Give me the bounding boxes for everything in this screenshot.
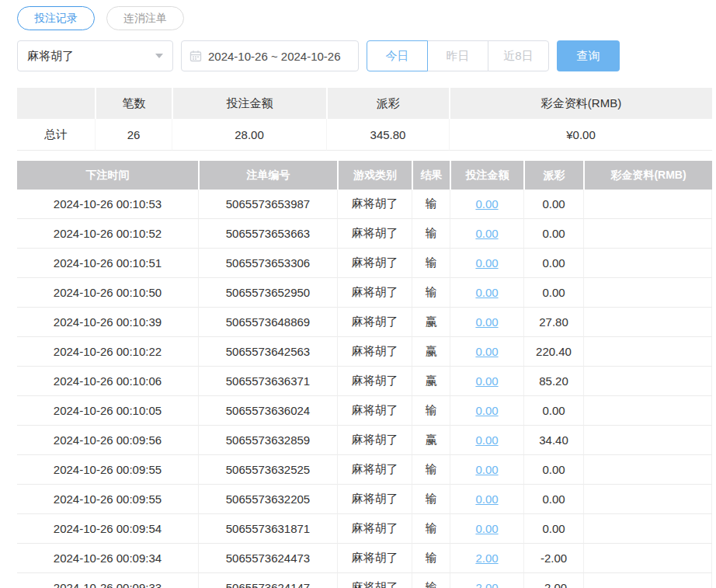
col-game-category: 游戏类别 [337, 161, 412, 190]
table-row: 2024-10-26 00:10:225065573642563麻将胡了赢0.0… [17, 337, 712, 367]
game-category-cell: 麻将胡了 [337, 308, 412, 337]
date-range-input[interactable]: 2024-10-26 ~ 2024-10-26 [181, 40, 359, 71]
range-yesterday-button[interactable]: 昨日 [427, 40, 488, 71]
summary-header-jackpot: 彩金资料(RMB) [449, 88, 712, 119]
result-cell: 输 [412, 544, 450, 573]
bet-amount-link[interactable]: 0.00 [475, 286, 498, 299]
jackpot-cell [583, 337, 712, 367]
result-cell: 输 [412, 573, 450, 588]
date-range-value: 2024-10-26 ~ 2024-10-26 [208, 50, 341, 63]
bet-time-cell: 2024-10-26 00:10:51 [17, 249, 198, 278]
bet-amount-link[interactable]: 2.00 [475, 581, 498, 588]
order-number-cell: 5065573642563 [198, 337, 337, 367]
jackpot-cell [583, 514, 712, 544]
summary-table: 笔数 投注金额 派彩 彩金资料(RMB) 总计 26 28.00 345.80 … [17, 88, 712, 151]
bet-amount-cell: 0.00 [450, 514, 523, 544]
order-number-cell: 5065573648869 [198, 308, 337, 337]
table-row: 2024-10-26 00:09:335065573624147麻将胡了输2.0… [17, 573, 712, 588]
summary-header-row: 笔数 投注金额 派彩 彩金资料(RMB) [17, 88, 712, 119]
game-category-cell: 麻将胡了 [337, 219, 412, 249]
payout-cell: 0.00 [523, 455, 583, 485]
quick-range-group: 今日 昨日 近8日 [367, 40, 549, 71]
jackpot-cell [583, 278, 712, 308]
result-cell: 赢 [412, 337, 450, 367]
summary-header-bet-amount: 投注金额 [172, 88, 326, 119]
bet-table-body: 2024-10-26 00:10:535065573653987麻将胡了输0.0… [17, 190, 712, 588]
result-cell: 输 [412, 278, 450, 308]
bet-amount-link[interactable]: 0.00 [475, 197, 498, 210]
col-payout: 派彩 [523, 161, 583, 190]
calendar-icon [189, 50, 202, 62]
bet-amount-cell: 2.00 [450, 544, 523, 573]
result-cell: 输 [412, 514, 450, 544]
game-category-cell: 麻将胡了 [337, 514, 412, 544]
bet-amount-cell: 0.00 [450, 337, 523, 367]
jackpot-cell [583, 396, 712, 426]
bet-amount-link[interactable]: 0.00 [475, 374, 498, 388]
bet-amount-cell: 0.00 [450, 396, 523, 426]
order-number-cell: 5065573653987 [198, 190, 337, 219]
order-number-cell: 5065573632525 [198, 455, 337, 485]
table-header-row: 下注时间 注单编号 游戏类别 结果 投注金额 派彩 彩金资料(RMB) [17, 161, 712, 190]
bet-amount-link[interactable]: 0.00 [475, 227, 498, 240]
col-result: 结果 [412, 161, 450, 190]
bet-amount-cell: 0.00 [450, 455, 523, 485]
payout-cell: 85.20 [523, 367, 583, 396]
bet-amount-link[interactable]: 0.00 [475, 315, 498, 329]
bet-amount-link[interactable]: 0.00 [475, 522, 498, 535]
summary-total-payout: 345.80 [326, 119, 449, 151]
bet-time-cell: 2024-10-26 00:09:56 [17, 426, 198, 455]
game-category-cell: 麻将胡了 [337, 426, 412, 455]
payout-cell: 0.00 [523, 249, 583, 278]
bet-amount-cell: 2.00 [450, 573, 523, 588]
payout-cell: 0.00 [523, 396, 583, 426]
search-button[interactable]: 查询 [557, 40, 620, 71]
filter-row: 麻将胡了 2024-10-26 ~ 2024-10-26 [17, 40, 716, 71]
order-number-cell: 5065573653306 [198, 249, 337, 278]
result-cell: 输 [412, 485, 450, 514]
result-cell: 输 [412, 190, 450, 219]
payout-cell: 0.00 [523, 219, 583, 249]
order-number-cell: 5065573652950 [198, 278, 337, 308]
bet-time-cell: 2024-10-26 00:10:39 [17, 308, 198, 337]
range-last8days-button[interactable]: 近8日 [488, 40, 549, 71]
bet-amount-link[interactable]: 0.00 [475, 256, 498, 270]
jackpot-cell [583, 367, 712, 396]
bet-time-cell: 2024-10-26 00:09:55 [17, 455, 198, 485]
col-bet-amount: 投注金额 [450, 161, 523, 190]
table-row: 2024-10-26 00:10:525065573653663麻将胡了输0.0… [17, 219, 712, 249]
bet-amount-link[interactable]: 0.00 [475, 345, 498, 358]
game-category-cell: 麻将胡了 [337, 455, 412, 485]
game-category-cell: 麻将胡了 [337, 544, 412, 573]
result-cell: 输 [412, 396, 450, 426]
bet-amount-link[interactable]: 0.00 [475, 492, 498, 506]
order-number-cell: 5065573653663 [198, 219, 337, 249]
order-number-cell: 5065573632859 [198, 426, 337, 455]
tab-bet-records[interactable]: 投注记录 [17, 6, 95, 30]
table-row: 2024-10-26 00:09:565065573632859麻将胡了赢0.0… [17, 426, 712, 455]
jackpot-cell [583, 573, 712, 588]
bet-amount-cell: 0.00 [450, 367, 523, 396]
payout-cell: 34.40 [523, 426, 583, 455]
range-today-button[interactable]: 今日 [367, 40, 428, 71]
result-cell: 赢 [412, 308, 450, 337]
order-number-cell: 5065573632205 [198, 485, 337, 514]
summary-header-blank [17, 88, 95, 119]
jackpot-cell [583, 544, 712, 573]
bet-amount-link[interactable]: 0.00 [475, 404, 498, 417]
table-row: 2024-10-26 00:10:535065573653987麻将胡了输0.0… [17, 190, 712, 219]
bet-amount-link[interactable]: 0.00 [475, 463, 498, 476]
game-category-cell: 麻将胡了 [337, 367, 412, 396]
table-row: 2024-10-26 00:10:505065573652950麻将胡了输0.0… [17, 278, 712, 308]
game-select-value: 麻将胡了 [27, 49, 74, 64]
table-row: 2024-10-26 00:10:515065573653306麻将胡了输0.0… [17, 249, 712, 278]
bet-amount-cell: 0.00 [450, 190, 523, 219]
col-bet-time: 下注时间 [17, 161, 198, 190]
game-select[interactable]: 麻将胡了 [17, 40, 173, 71]
tab-chain-cancel-orders[interactable]: 连消注单 [106, 6, 184, 30]
bet-amount-cell: 0.00 [450, 278, 523, 308]
chevron-down-icon [155, 54, 163, 58]
bet-amount-link[interactable]: 2.00 [475, 551, 498, 565]
jackpot-cell [583, 455, 712, 485]
bet-amount-link[interactable]: 0.00 [475, 433, 498, 447]
